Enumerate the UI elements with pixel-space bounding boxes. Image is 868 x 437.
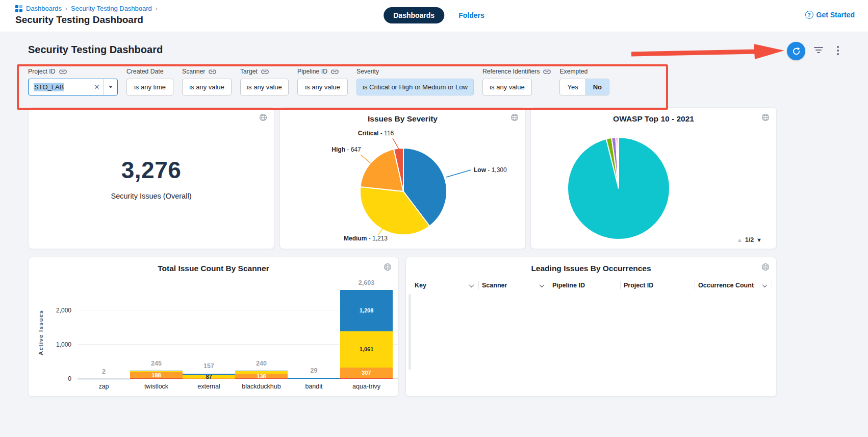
column-label: Pipeline ID xyxy=(552,282,585,289)
column-label: Scanner xyxy=(482,282,507,289)
link-icon[interactable] xyxy=(59,69,67,74)
pipeline-id-value[interactable]: is any value xyxy=(297,79,348,95)
bar-total-label: 245 xyxy=(130,360,183,367)
filter-target: Target is any value xyxy=(240,68,289,95)
segment-low[interactable] xyxy=(130,371,183,371)
severity-value[interactable]: is Critical or High or Medium or Low xyxy=(356,79,474,95)
chart-title-issues-by-severity: Issues By Severity xyxy=(280,114,525,124)
column-header-occurrence-count[interactable]: Occurrence Count xyxy=(695,281,772,289)
column-header-project-id[interactable]: Project ID xyxy=(621,281,695,289)
bar-twistlock[interactable]: 188245twistlock xyxy=(130,283,183,379)
get-started-label: Get Started xyxy=(816,11,855,19)
filter-created-date-label: Created Date xyxy=(126,68,164,75)
filter-created-date: Created Date is any time xyxy=(126,68,173,95)
category-label: external xyxy=(183,383,235,390)
tab-dashboards[interactable]: Dashboards xyxy=(384,7,444,23)
exempted-yes-option[interactable]: Yes xyxy=(560,79,585,95)
more-options-button[interactable] xyxy=(837,46,839,57)
filter-project-id: Project ID STO_LAB ✕ xyxy=(28,68,118,95)
breadcrumb-current-dashboard[interactable]: Security Testing Dashboard xyxy=(71,5,152,12)
segment-low[interactable] xyxy=(235,371,288,371)
refresh-button[interactable] xyxy=(787,42,805,60)
chart-title-leading-issues: Leading Issues By Occurrences xyxy=(406,264,776,273)
segment-critical[interactable] xyxy=(130,378,183,379)
card-leading-issues-by-occurrences: Leading Issues By Occurrences Key Scanne… xyxy=(405,257,777,397)
bar-blackduckhub[interactable]: 138240blackduckhub xyxy=(235,283,288,379)
filter-exempted: Exempted Yes No xyxy=(559,68,609,95)
dropdown-button[interactable] xyxy=(104,86,117,88)
segment-medium[interactable] xyxy=(235,371,288,374)
link-icon[interactable] xyxy=(209,69,216,74)
filter-reference-identifiers-label: Reference Identifiers xyxy=(482,68,540,75)
column-header-pipeline-id[interactable]: Pipeline ID xyxy=(549,281,621,289)
header-tabs: Dashboards Folders xyxy=(384,7,484,23)
globe-icon xyxy=(761,113,770,122)
sort-chevron-icon[interactable] xyxy=(540,282,545,287)
table-scrollbar[interactable] xyxy=(409,294,411,370)
segment-medium[interactable] xyxy=(130,371,183,372)
category-label: bandit xyxy=(288,383,340,390)
filter-severity-label: Severity xyxy=(356,68,379,75)
breadcrumb: Dashboards › Security Testing Dashboard … xyxy=(15,5,158,12)
exempted-no-option[interactable]: No xyxy=(585,79,609,95)
filter-scanner: Scanner is any value xyxy=(182,68,232,95)
pager-up-icon[interactable]: ▲ xyxy=(737,237,743,243)
svg-text:Low - 1,300: Low - 1,300 xyxy=(474,166,507,174)
bar-total-label: 29 xyxy=(288,367,340,374)
tab-folders[interactable]: Folders xyxy=(458,11,484,19)
get-started-link[interactable]: ? Get Started xyxy=(805,11,855,19)
scanner-value[interactable]: is any value xyxy=(182,79,232,95)
pager-down-icon[interactable]: ▼ xyxy=(756,237,762,243)
sort-chevron-icon[interactable] xyxy=(469,282,474,287)
link-icon[interactable] xyxy=(261,69,269,74)
column-header-scanner[interactable]: Scanner xyxy=(479,281,549,289)
bar-bandit[interactable]: 29bandit xyxy=(288,283,340,379)
segment-low[interactable] xyxy=(183,374,235,375)
category-label: aqua-trivy xyxy=(340,383,393,390)
total-issues-label: Security Issues (Overall) xyxy=(111,192,192,200)
category-label: twistlock xyxy=(130,383,183,390)
category-label: zap xyxy=(78,383,130,390)
dashboard-filter-button[interactable] xyxy=(814,47,823,55)
exempted-toggle: Yes No xyxy=(559,79,609,95)
segment-critical[interactable] xyxy=(340,378,393,379)
bar-total-label: 2 xyxy=(78,368,130,375)
issues-by-severity-pie[interactable]: Low - 1,300Medium - 1,213High - 647Criti… xyxy=(280,125,526,249)
sort-chevron-icon[interactable] xyxy=(762,282,768,287)
clear-icon[interactable]: ✕ xyxy=(90,83,104,91)
breadcrumb-dashboards[interactable]: Dashboards xyxy=(26,5,62,12)
segment-low[interactable] xyxy=(288,378,340,379)
card-security-issues-overall: 3,276 Security Issues (Overall) xyxy=(28,107,274,249)
y-axis-label: Active Issues xyxy=(38,310,44,355)
scanner-bar-chart[interactable]: 01,0002,0002zap188245twistlock87157exter… xyxy=(78,283,393,379)
pager-page-indicator: 1/2 xyxy=(745,236,754,244)
filter-scanner-label: Scanner xyxy=(182,68,205,75)
total-issues-value: 3,276 xyxy=(121,156,182,184)
created-date-value[interactable]: is any time xyxy=(126,79,173,95)
target-value[interactable]: is any value xyxy=(240,79,289,95)
column-header-key[interactable]: Key xyxy=(412,281,479,289)
bar-external[interactable]: 87157external xyxy=(183,283,235,379)
filter-pipeline-id: Pipeline ID is any value xyxy=(297,68,348,95)
bar-aqua-trivy[interactable]: 3071,0611,2082,603aqua-trivy xyxy=(340,283,393,379)
filter-bar: Project ID STO_LAB ✕ Created Date is any… xyxy=(28,68,609,95)
globe-icon xyxy=(384,263,392,271)
breadcrumb-separator: › xyxy=(156,5,158,12)
owasp-pie[interactable] xyxy=(531,126,777,245)
project-id-input[interactable]: STO_LAB ✕ xyxy=(28,79,118,95)
card-total-issue-count-by-scanner: Total Issue Count By Scanner Active Issu… xyxy=(28,257,399,397)
link-icon[interactable] xyxy=(543,69,551,74)
top-bar: Dashboards › Security Testing Dashboard … xyxy=(0,0,868,32)
filter-exempted-label: Exempted xyxy=(559,68,588,75)
filter-pipeline-id-label: Pipeline ID xyxy=(297,68,327,75)
svg-text:High - 647: High - 647 xyxy=(331,146,361,153)
card-issues-by-severity: Issues By Severity Low - 1,300Medium - 1… xyxy=(279,107,526,249)
dashboards-grid-icon xyxy=(15,5,22,12)
globe-icon xyxy=(761,263,770,271)
link-icon[interactable] xyxy=(331,69,339,74)
bar-total-label: 2,603 xyxy=(340,279,393,286)
category-label: blackduckhub xyxy=(235,383,288,390)
bar-zap[interactable]: 2zap xyxy=(78,283,130,379)
help-icon: ? xyxy=(805,11,813,19)
reference-identifiers-value[interactable]: is any value xyxy=(482,79,532,95)
